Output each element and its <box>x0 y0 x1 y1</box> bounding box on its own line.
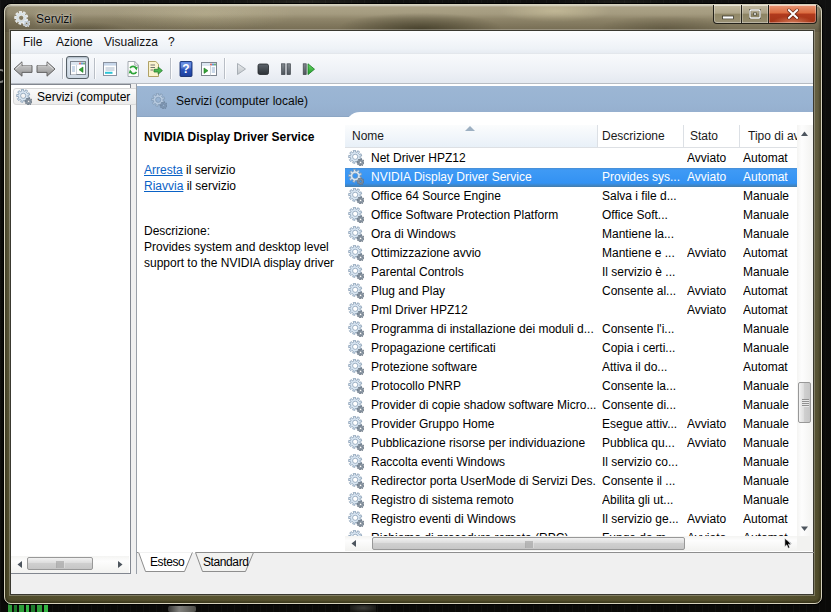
maximize-button[interactable] <box>742 5 769 24</box>
toolbar: ? <box>11 54 813 84</box>
service-row[interactable]: Raccolta eventi WindowsIl servizio co...… <box>345 453 797 472</box>
service-gear-icon <box>348 416 364 432</box>
service-row[interactable]: Propagazione certificatiCopia i certi...… <box>345 339 797 358</box>
service-row[interactable]: Protezione softwareAttiva il do...Automa… <box>345 358 797 377</box>
cell-tipo: Manuale <box>743 434 797 453</box>
scroll-right-button[interactable] <box>113 557 128 572</box>
help-icon[interactable]: ? <box>178 61 194 77</box>
scroll-up-button[interactable] <box>798 125 811 141</box>
cell-tipo: Manuale <box>743 225 797 244</box>
scroll-left-button[interactable] <box>345 537 361 550</box>
cell-tipo: Manuale <box>743 339 797 358</box>
cell-name: Plug and Play <box>371 282 596 301</box>
caption-buttons <box>713 5 817 24</box>
scroll-right-icon <box>118 561 123 568</box>
service-row[interactable]: Redirector porta UserMode di Servizi Des… <box>345 472 797 491</box>
service-row[interactable]: NVIDIA Display Driver ServiceProvides sy… <box>345 168 797 187</box>
title-bar[interactable]: Servizi <box>5 5 821 32</box>
menu-file[interactable]: File <box>23 35 42 49</box>
pause-service-icon[interactable] <box>278 61 294 77</box>
desktop-smudge <box>350 604 376 612</box>
service-row[interactable]: Parental ControlsIl servizio è ...Manual… <box>345 263 797 282</box>
service-row[interactable]: Protocollo PNRPConsente la...Manuale <box>345 377 797 396</box>
stop-service-text: il servizio <box>183 163 236 177</box>
service-row[interactable]: Richiamo di procedura remota (RPC)Funge … <box>345 529 797 536</box>
forward-arrow-icon[interactable] <box>36 61 56 77</box>
cell-desc: Consente la... <box>602 377 684 396</box>
tree-horizontal-scrollbar[interactable] <box>11 556 129 573</box>
list-vertical-scrollbar[interactable] <box>797 125 813 536</box>
tab-standard-label[interactable]: Standard <box>203 555 249 569</box>
service-row[interactable]: Provider di copie shadow software Micro.… <box>345 396 797 415</box>
cell-tipo: Automat <box>743 282 797 301</box>
cell-desc: Office Soft... <box>602 206 684 225</box>
column-header-nome[interactable]: Nome <box>345 125 598 147</box>
list-horizontal-scrollbar[interactable] <box>345 536 797 551</box>
service-gear-icon <box>348 359 364 375</box>
menu-visualizza[interactable]: Visualizza <box>104 35 158 49</box>
scrollbar-thumb[interactable] <box>798 382 811 423</box>
service-row[interactable]: Net Driver HPZ12AvviatoAutomat <box>345 149 797 168</box>
cell-stat <box>687 472 740 491</box>
cell-desc: Mantiene la... <box>602 225 684 244</box>
screen: Servizi <box>0 0 831 612</box>
service-gear-icon <box>348 473 364 489</box>
service-row[interactable]: Registro eventi di WindowsIl servizio ge… <box>345 510 797 529</box>
service-row[interactable]: Registro di sistema remotoAbilita gli ut… <box>345 491 797 510</box>
service-gear-icon <box>348 397 364 413</box>
show-console-tree-icon <box>70 60 86 76</box>
column-header-descrizione[interactable]: Descrizione <box>598 125 684 147</box>
export-list-icon[interactable] <box>147 61 163 77</box>
service-row[interactable]: Office 64 Source EngineSalva i file d...… <box>345 187 797 206</box>
cell-name: Propagazione certificati <box>371 339 596 358</box>
cell-desc: Consente l'i... <box>602 320 684 339</box>
stop-service-icon[interactable] <box>255 61 271 77</box>
show-action-pane-icon[interactable] <box>201 61 217 77</box>
service-row[interactable]: Ora di WindowsMantiene la...Manuale <box>345 225 797 244</box>
service-row[interactable]: Ottimizzazione avvioMantiene e ...Avviat… <box>345 244 797 263</box>
close-button[interactable] <box>769 5 817 24</box>
window-client-area: File Azione Visualizza ? <box>11 31 813 594</box>
cell-desc: Il servizio ge... <box>602 510 684 529</box>
menu-azione[interactable]: Azione <box>56 35 93 49</box>
tree-item-services-root[interactable]: Servizi (computer <box>13 88 138 105</box>
service-gear-icon <box>348 302 364 318</box>
refresh-icon[interactable] <box>125 61 141 77</box>
description-label: Descrizione: <box>144 224 210 238</box>
tab-esteso-label[interactable]: Esteso <box>150 555 184 569</box>
show-console-tree-button[interactable] <box>66 56 89 79</box>
service-row[interactable]: Pubblicazione risorse per individuazione… <box>345 434 797 453</box>
properties-icon[interactable] <box>102 61 118 77</box>
column-header-stato[interactable]: Stato <box>684 125 740 147</box>
service-row[interactable]: Programma di installazione dei moduli d.… <box>345 320 797 339</box>
cell-tipo: Manuale <box>743 396 797 415</box>
service-row[interactable]: Pml Driver HPZ12AvviatoAutomat <box>345 301 797 320</box>
service-row[interactable]: Plug and PlayConsente al...AvviatoAutoma… <box>345 282 797 301</box>
minimize-button[interactable] <box>713 5 742 24</box>
cell-stat: Avviato <box>687 168 740 187</box>
scroll-down-button[interactable] <box>798 520 811 536</box>
service-gear-icon <box>348 188 364 204</box>
cell-desc <box>602 301 684 320</box>
cell-desc: Il servizio co... <box>602 453 684 472</box>
service-row[interactable]: Provider Gruppo HomeEsegue attiv...Avvia… <box>345 415 797 434</box>
cell-stat <box>687 339 740 358</box>
cell-stat: Avviato <box>687 529 740 536</box>
scrollbar-thumb[interactable] <box>372 537 685 550</box>
description-line2: support to the NVIDIA display driver <box>144 256 334 270</box>
scroll-left-button[interactable] <box>12 557 27 572</box>
stop-service-link[interactable]: Arresta <box>144 163 183 177</box>
back-arrow-icon[interactable] <box>13 61 33 77</box>
restart-service-link[interactable]: Riavvia <box>144 179 183 193</box>
start-service-icon[interactable] <box>233 61 249 77</box>
menu-help[interactable]: ? <box>168 35 175 49</box>
cell-stat <box>687 263 740 282</box>
service-row[interactable]: Office Software Protection PlatformOffic… <box>345 206 797 225</box>
scrollbar-thumb[interactable] <box>27 557 93 570</box>
restart-service-line: Riavvia il servizio <box>144 179 236 193</box>
restart-service-icon[interactable] <box>300 61 316 77</box>
column-header-tipo[interactable]: Tipo di av <box>740 125 797 147</box>
cell-desc: Salva i file d... <box>602 187 684 206</box>
minimize-icon <box>722 14 734 19</box>
cell-stat: Avviato <box>687 282 740 301</box>
